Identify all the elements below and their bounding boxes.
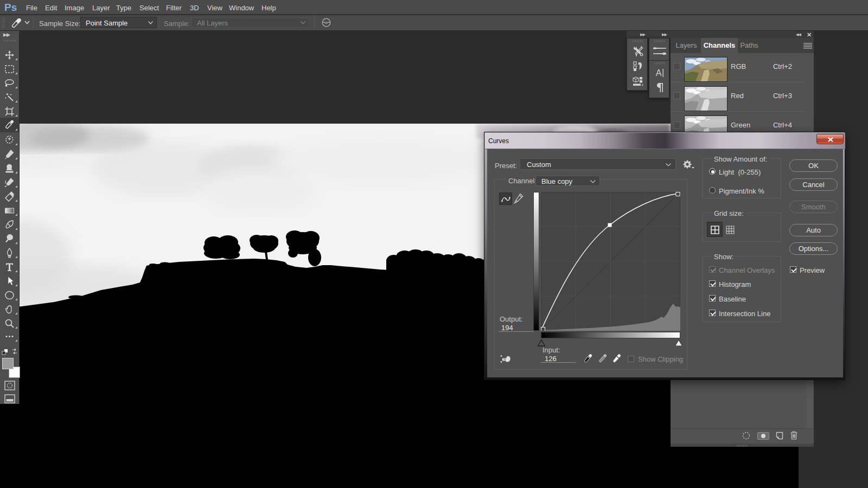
svg-text:A: A (656, 68, 662, 78)
